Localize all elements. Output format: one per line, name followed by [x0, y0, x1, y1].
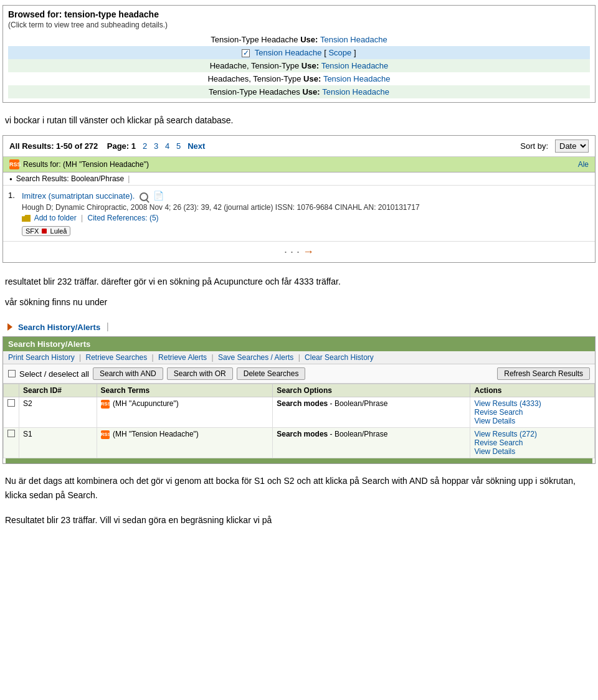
- page-link-5[interactable]: 5: [176, 141, 181, 151]
- section-text-results: resultatet blir 232 träffar. därefter gö…: [0, 265, 598, 293]
- bottom-text-2: Resultatet blir 23 träffar. Vill vi seda…: [0, 506, 598, 531]
- all-results-label: All Results: 1-50 of 272: [9, 141, 98, 151]
- pipe-divider: |: [107, 321, 109, 331]
- rss-icon: RSS: [9, 159, 19, 169]
- select-all-label: Select / deselect all: [19, 369, 89, 379]
- view-results-s1[interactable]: View Results (272): [474, 430, 591, 438]
- browse-link-3[interactable]: Tension Headache: [321, 61, 389, 70]
- browse-section: Browsed for: tension-type headache (Clic…: [2, 5, 596, 103]
- sha-id-s2: S2: [19, 397, 97, 428]
- browse-link-4[interactable]: Tension Headache: [323, 74, 391, 83]
- green-bar-right: Ale: [578, 160, 589, 169]
- revise-search-s1[interactable]: Revise Search: [474, 438, 591, 447]
- delete-searches-button[interactable]: Delete Searches: [237, 367, 306, 380]
- instruction-text-1: vi bockar i rutan till vänster och klick…: [0, 108, 598, 133]
- browse-link-5[interactable]: Tension Headache: [322, 87, 389, 97]
- sha-actions-s1: View Results (272) Revise Search View De…: [470, 428, 595, 458]
- result-item-1: 1. Imitrex (sumatriptan succinate). 📄 Ho…: [3, 186, 595, 242]
- browse-link-2[interactable]: Tension Headache: [255, 48, 322, 57]
- sha-link-print[interactable]: Print Search History: [8, 353, 75, 362]
- sfx-row: SFX Luleå: [22, 224, 589, 236]
- refresh-results-button[interactable]: Refresh Search Results: [497, 367, 590, 380]
- sha-link-save[interactable]: Save Searches / Alerts: [218, 353, 293, 362]
- sha-link-retrieve[interactable]: Retrieve Searches: [86, 353, 148, 362]
- results-section: All Results: 1-50 of 272 Page: 1 2 3 4 5…: [2, 135, 596, 263]
- checkbox-s2[interactable]: [7, 399, 15, 407]
- search-icon-result: [140, 192, 148, 201]
- search-with-or-button[interactable]: Search with OR: [167, 367, 233, 380]
- section-text-history: vår sökning finns nu under: [0, 293, 598, 314]
- checkbox-s1[interactable]: [7, 430, 15, 437]
- result-title-1: Imitrex (sumatriptan succinate). 📄: [22, 191, 589, 201]
- sha-col-actions: Actions: [470, 384, 595, 397]
- sfx-label: SFX: [26, 227, 39, 235]
- results-header: All Results: 1-50 of 272 Page: 1 2 3 4 5…: [3, 136, 595, 157]
- sha-links-bar: Print Search History | Retrieve Searches…: [3, 351, 595, 364]
- sha-link-clear[interactable]: Clear Search History: [305, 353, 374, 362]
- search-with-and-button[interactable]: Search with AND: [93, 367, 163, 380]
- alert-link[interactable]: Ale: [578, 160, 589, 169]
- sha-link-alerts[interactable]: Retrieve Alerts: [158, 353, 207, 362]
- sort-label: Sort by:: [520, 141, 548, 151]
- sfx-button[interactable]: SFX Luleå: [22, 226, 70, 236]
- view-results-s2[interactable]: View Results (4333): [474, 399, 591, 408]
- bottom-text-1: Nu är det dags att kombinera och det gör…: [0, 466, 598, 506]
- browse-row-4: Headaches, Tension-Type Use: Tension Hea…: [8, 72, 590, 85]
- sha-col-options: Search Options: [273, 384, 470, 397]
- revise-search-s2[interactable]: Revise Search: [474, 408, 591, 417]
- sha-options-s1: Search modes - Boolean/Phrase: [273, 428, 470, 458]
- browse-term-5: Tension-Type Headaches: [209, 87, 300, 97]
- search-history-label-row: Search History/Alerts |: [2, 316, 596, 334]
- use-label-5: Use:: [302, 87, 322, 97]
- sha-row-s1: S1 RSS (MH "Tension Headache") Search mo…: [4, 428, 595, 458]
- sha-panel: Search History/Alerts Print Search Histo…: [2, 336, 596, 464]
- sha-table: Search ID# Search Terms Search Options A…: [3, 384, 595, 458]
- browse-row-2: Tension Headache [ Scope ]: [8, 46, 590, 59]
- view-details-s2[interactable]: View Details: [474, 417, 591, 425]
- browse-term-3: Headache, Tension-Type: [210, 61, 300, 70]
- search-history-link[interactable]: Search History/Alerts: [18, 322, 100, 331]
- browse-term-4: Headaches, Tension-Type: [207, 74, 301, 83]
- sha-header: Search History/Alerts: [3, 337, 595, 351]
- browse-row-1: Tension-Type Headache Use: Tension Heada…: [8, 33, 590, 46]
- sort-select[interactable]: Date: [555, 140, 589, 153]
- scope-link-2[interactable]: Scope: [328, 48, 351, 57]
- cited-refs-link[interactable]: Cited References: (5): [88, 214, 159, 222]
- folder-icon-1: [22, 215, 31, 222]
- browse-title: Browsed for: tension-type headache: [8, 9, 590, 19]
- page-label: Page: 1: [107, 141, 136, 151]
- select-all-checkbox[interactable]: [8, 370, 16, 377]
- page-link-2[interactable]: 2: [143, 141, 147, 151]
- use-label-1: Use:: [300, 35, 320, 44]
- sha-term-s1: RSS (MH "Tension Headache"): [97, 428, 273, 458]
- use-label-4: Use:: [303, 74, 323, 83]
- result-meta-1: Hough D; Dynamic Chiropractic, 2008 Nov …: [22, 203, 589, 212]
- green-bar-left: RSS Results for: (MH "Tension Headache"): [9, 159, 149, 169]
- sha-term-s2: RSS (MH "Acupuncture"): [97, 397, 273, 428]
- sha-col-check: [4, 384, 19, 397]
- search-term-text: Results for: (MH "Tension Headache"): [23, 160, 149, 169]
- scope-bracket-close: ]: [354, 48, 356, 57]
- browse-row-5: Tension-Type Headaches Use: Tension Head…: [8, 85, 590, 98]
- triangle-icon: [7, 323, 12, 331]
- page-link-4[interactable]: 4: [165, 141, 169, 151]
- sha-check-s1: [4, 428, 19, 458]
- sort-bar: Sort by: Date: [520, 140, 589, 153]
- next-link[interactable]: Next: [187, 141, 205, 151]
- sfx-location: Luleå: [50, 227, 67, 235]
- page-link-3[interactable]: 3: [154, 141, 158, 151]
- result-number-1: 1.: [8, 191, 15, 200]
- use-label-3: Use:: [301, 61, 321, 70]
- add-to-folder-link[interactable]: Add to folder: [34, 214, 77, 222]
- sha-col-terms: Search Terms: [97, 384, 273, 397]
- dots-row: · · · →: [3, 242, 595, 262]
- result-title-link-1[interactable]: Imitrex (sumatriptan succinate).: [22, 191, 135, 201]
- rss-icon-s2: RSS: [101, 400, 110, 409]
- browse-subtitle: (Click term to view tree and subheading …: [8, 21, 590, 29]
- sha-id-s1: S1: [19, 428, 97, 458]
- browse-row-3: Headache, Tension-Type Use: Tension Head…: [8, 59, 590, 72]
- sha-toolbar: Select / deselect all Search with AND Se…: [3, 364, 595, 384]
- view-details-s1[interactable]: View Details: [474, 447, 591, 456]
- browse-link-1[interactable]: Tension Headache: [320, 35, 387, 44]
- browse-checkbox-2[interactable]: [242, 49, 250, 57]
